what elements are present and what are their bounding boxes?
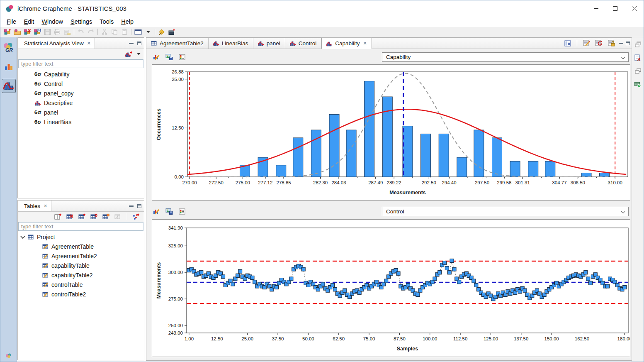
menu-tools[interactable]: Tools — [96, 17, 117, 26]
fastview-restore-view2-icon[interactable] — [633, 66, 642, 76]
svg-text:250.00: 250.00 — [168, 323, 183, 328]
menu-help[interactable]: Help — [117, 17, 137, 26]
editor-tab-agreementtable2[interactable]: AgreementTable2 — [146, 38, 209, 49]
tables-item-project[interactable]: Project — [18, 232, 144, 242]
minimize-view-icon[interactable] — [129, 43, 134, 44]
menu-edit[interactable]: Edit — [20, 17, 38, 26]
chevron-expand-icon[interactable] — [20, 234, 25, 238]
add-table-icon[interactable] — [77, 212, 87, 221]
analysis-item-descriptive[interactable]: Descriptive — [18, 98, 144, 108]
tables-item-capabilitytable2[interactable]: capabilityTable2 — [18, 270, 144, 280]
import-project-icon[interactable] — [22, 27, 32, 37]
editor-tab-capability[interactable]: Capability✕ — [321, 38, 372, 49]
edit-form-icon[interactable] — [581, 39, 591, 48]
maximize-view-icon[interactable] — [626, 42, 630, 45]
perspective-icon[interactable] — [133, 27, 143, 37]
svg-text:75.00: 75.00 — [363, 336, 375, 341]
mini-logo-icon — [5, 352, 12, 359]
image-export-icon[interactable] — [164, 207, 174, 216]
rail-statistics-view-icon[interactable] — [2, 79, 16, 93]
svg-text:125.00: 125.00 — [484, 336, 498, 341]
fastview-restore-view-icon[interactable] — [633, 40, 642, 49]
svg-text:25.00: 25.00 — [241, 336, 253, 341]
dropdown-arrow-icon[interactable] — [136, 49, 141, 59]
svg-text:12.50: 12.50 — [211, 336, 223, 341]
svg-text:300.00: 300.00 — [168, 270, 183, 275]
editor-tab-control[interactable]: Control — [285, 38, 322, 49]
minimize-view-icon[interactable] — [619, 43, 623, 44]
tables-item-controltable2[interactable]: controlTable2 — [18, 289, 144, 299]
analysis-item-capability[interactable]: 6σCapability — [18, 69, 144, 79]
tables-filter-input[interactable] — [18, 222, 143, 231]
app-window: iChrome Grapheme - STATISTICS_003 FileEd… — [0, 0, 644, 362]
new-analysis-icon[interactable] — [124, 49, 134, 59]
maximize-view-icon[interactable] — [137, 204, 141, 208]
analysis-tab-row: Statistical Analysis View ✕ — [18, 38, 144, 49]
svg-text:272.50: 272.50 — [209, 180, 224, 185]
svg-text:243.00: 243.00 — [168, 330, 183, 335]
svg-text:297.50: 297.50 — [475, 180, 489, 185]
chevron-down-icon — [621, 210, 625, 214]
close-icon[interactable]: ✕ — [44, 203, 47, 209]
editor-tab-label: panel — [267, 40, 280, 46]
editor-tab-linearbias[interactable]: LinearBias — [209, 38, 253, 49]
control-chart[interactable]: 1.0012.5025.0037.5050.0062.5075.0087.501… — [152, 219, 630, 357]
analysis-item-panel_copy[interactable]: 6σpanel_copy — [18, 88, 144, 98]
toolbar-separator — [74, 29, 74, 35]
svg-text:299.58: 299.58 — [497, 180, 511, 185]
chart-edit-icon[interactable] — [151, 52, 161, 61]
chart-edit-icon[interactable] — [151, 207, 161, 216]
new-project-icon[interactable] — [2, 27, 12, 37]
image-export-icon[interactable] — [164, 52, 174, 61]
close-icon[interactable]: ✕ — [363, 41, 367, 46]
capability-selector[interactable]: Capability — [382, 52, 629, 62]
editor-tab-panel[interactable]: panel — [253, 38, 285, 49]
svg-text:325.00: 325.00 — [168, 243, 183, 248]
tables-tab-label: Tables — [24, 203, 40, 209]
control-selector[interactable]: Control — [382, 207, 629, 216]
open-project-icon[interactable] — [12, 27, 22, 37]
tree-item-label: AgreementTable2 — [51, 253, 97, 259]
capability-chart[interactable]: 270.00272.50275.00277.12278.85282.30284.… — [152, 64, 630, 201]
fastview-report-view-icon[interactable]: A — [633, 53, 642, 62]
toolbar-separator — [155, 29, 155, 35]
save-project-icon[interactable] — [32, 27, 42, 37]
svg-text:278.85: 278.85 — [277, 180, 291, 185]
maximize-view-icon[interactable] — [137, 42, 141, 45]
rail-barchart-view-icon[interactable] — [2, 60, 16, 74]
maximize-button[interactable] — [605, 0, 625, 16]
new-view-icon[interactable] — [167, 27, 177, 37]
import-table-icon[interactable] — [89, 212, 99, 221]
legend-icon[interactable] — [177, 52, 187, 61]
dropdown-arrow-icon[interactable] — [143, 27, 153, 37]
menu-settings[interactable]: Settings — [67, 17, 96, 26]
edit-table-icon[interactable] — [101, 212, 111, 221]
six-sigma-icon: 6σ — [34, 109, 41, 115]
new-table-icon[interactable] — [53, 212, 63, 221]
delete-table-icon[interactable] — [65, 212, 75, 221]
analysis-item-panel[interactable]: 6σpanel — [18, 108, 144, 117]
minimize-view-icon[interactable] — [129, 205, 134, 207]
rail-gr-logo-icon[interactable]: GR — [2, 41, 16, 55]
minimize-button[interactable] — [586, 0, 605, 16]
menu-window[interactable]: Window — [38, 17, 67, 26]
refresh-form-icon[interactable] — [594, 39, 604, 48]
legend-icon[interactable] — [177, 207, 187, 216]
tables-item-agreementtable[interactable]: AgreementTable — [18, 242, 144, 251]
lock-form-icon[interactable] — [606, 39, 616, 48]
analysis-item-control[interactable]: 6σControl — [18, 79, 144, 88]
tab-statistical-analysis-view[interactable]: Statistical Analysis View ✕ — [18, 38, 95, 49]
analysis-item-linearbias[interactable]: 6σLinearBias — [18, 117, 144, 127]
properties-icon[interactable] — [563, 39, 573, 48]
close-button[interactable] — [625, 0, 644, 16]
new-scatter-icon[interactable] — [131, 212, 141, 221]
tab-tables[interactable]: Tables ✕ — [18, 201, 51, 211]
tables-item-agreementtable2[interactable]: AgreementTable2 — [18, 251, 144, 261]
analysis-filter-input[interactable] — [18, 59, 143, 68]
tables-item-controltable[interactable]: controlTable — [18, 280, 144, 289]
marker-icon[interactable] — [157, 27, 167, 37]
tables-item-capabilitytable[interactable]: capabilityTable — [18, 261, 144, 270]
menu-file[interactable]: File — [3, 17, 20, 26]
fastview-table-view-icon[interactable] — [633, 80, 642, 89]
close-icon[interactable]: ✕ — [87, 41, 91, 46]
